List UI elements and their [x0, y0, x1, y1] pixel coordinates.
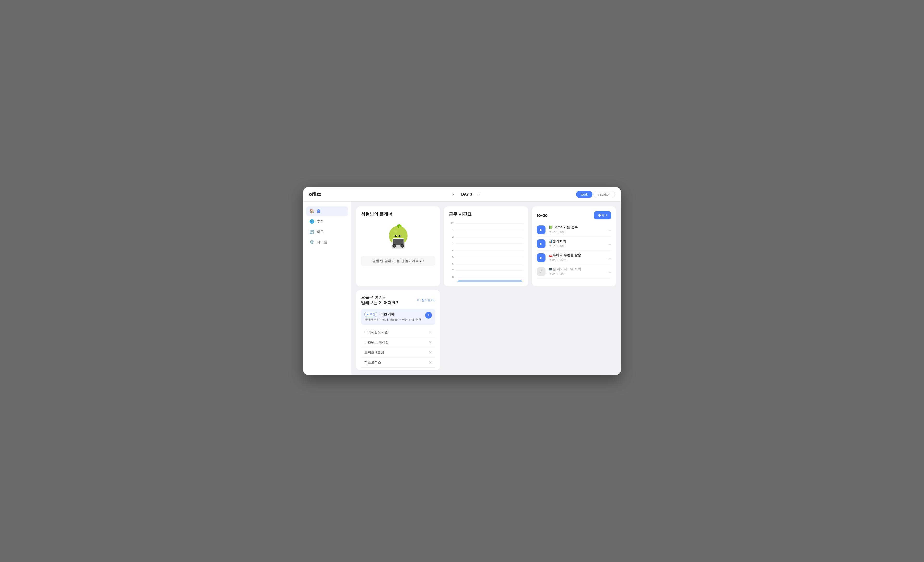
sidebar: 🏠 홈 🌐 추천 🔄 회고 🛡️ 타이틀 [303, 202, 351, 375]
sidebar-item-review-label: 회고 [316, 229, 324, 234]
time-row-am7: 7 [449, 267, 523, 274]
remove-location-2-button[interactable]: ✕ [429, 340, 432, 345]
figma-play-button[interactable]: ▶ [537, 225, 546, 234]
time-row-am1: 1 [449, 226, 523, 233]
time-row-am6: 6 [449, 260, 523, 267]
todo-item-figma: ▶ 📗 Figma 기능 공부 ⏱ 1시간 0분 ... [537, 223, 611, 237]
sidebar-item-title[interactable]: 🛡️ 타이틀 [306, 237, 348, 247]
time-row-am9: 9 ☰ 팀 데이터 그래프화 [449, 280, 523, 282]
todo-title: to-do [537, 213, 548, 218]
todo-item-teamdata: ✓ 💻 팀 데이터 그래프화 ⏱ 2시간 3분 ... [537, 265, 611, 279]
mode-switcher: work vacation [576, 191, 615, 198]
recommend-icon: 🌐 [309, 219, 314, 224]
postal-play-button[interactable]: ▶ [537, 253, 546, 262]
remove-location-4-button[interactable]: ✕ [429, 360, 432, 365]
figma-name: 📗 Figma 기능 공부 [548, 225, 605, 229]
meeting-name: 📊 정기회의 [548, 239, 605, 243]
postal-icon: 🚗 [548, 253, 552, 257]
recommended-item: ★ 추천 피츠카페 편안한 분위기에서 작업할 수 있는 카페 추천 + [361, 309, 435, 325]
meeting-info: 📊 정기회의 ⏱ 1시간 0분 [548, 239, 605, 248]
schedule-event[interactable]: ☰ 팀 데이터 그래프화 [458, 280, 522, 282]
rec-name: 피츠카페 [380, 312, 394, 316]
review-icon: 🔄 [309, 229, 314, 234]
location-list-item-3: 오피츠 1호점 ✕ [361, 348, 435, 358]
postal-name: 🚗 우체국 우편물 발송 [548, 253, 605, 258]
postal-time: ⏱ 0시간 20분 [548, 258, 605, 262]
sidebar-item-recommend[interactable]: 🌐 추천 [306, 217, 348, 226]
rec-desc: 편안한 분위기에서 작업할 수 있는 카페 추천 [364, 318, 421, 322]
top-bar: offizz ‹ DAY 3 › work vacation [303, 187, 621, 202]
location-header: 오늘은 여기서 일해보는 게 어때요? 더 찾아보기 › [361, 295, 435, 306]
check-icon: ✓ [540, 269, 543, 274]
time-row-am5: 5 [449, 253, 523, 260]
content-area: 성현님의 플래너 [351, 202, 621, 375]
schedule-grid: 12 1 2 3 4 [449, 220, 523, 282]
svg-point-15 [401, 245, 403, 247]
time-row-am4: 4 [449, 247, 523, 253]
title-icon: 🛡️ [309, 240, 314, 244]
next-day-button[interactable]: › [477, 191, 482, 198]
sidebar-item-recommend-label: 추천 [316, 219, 324, 224]
schedule-title: 근무 시간표 [449, 211, 523, 217]
todo-header: to-do 추가 + [537, 211, 611, 219]
day-label: DAY 3 [461, 192, 472, 196]
time-row-am2: 2 [449, 233, 523, 240]
sidebar-item-home-label: 홈 [316, 209, 320, 213]
teamdata-name: 💻 팀 데이터 그래프화 [548, 267, 605, 271]
more-link[interactable]: 더 찾아보기 › [417, 298, 435, 303]
meeting-icon: 📊 [548, 239, 552, 243]
postal-more-button[interactable]: ... [608, 255, 611, 260]
add-location-button[interactable]: + [425, 312, 432, 319]
play-icon: ▶ [540, 228, 542, 232]
location-list-item-4: 피츠오피스 ✕ [361, 358, 435, 368]
app-window: offizz ‹ DAY 3 › work vacation 🏠 홈 🌐 추천 … [303, 187, 621, 375]
meeting-time: ⏱ 1시간 0분 [548, 244, 605, 248]
home-icon: 🏠 [309, 209, 314, 213]
planner-title: 성현님의 플래너 [361, 211, 393, 217]
prev-day-button[interactable]: ‹ [451, 191, 456, 198]
add-todo-button[interactable]: 추가 + [594, 211, 611, 219]
meeting-more-button[interactable]: ... [608, 241, 611, 246]
location-card: 오늘은 여기서 일해보는 게 어때요? 더 찾아보기 › ★ 추천 피츠카페 [356, 290, 440, 370]
location-title: 오늘은 여기서 일해보는 게 어때요? [361, 295, 399, 306]
play-icon-3: ▶ [540, 256, 542, 259]
figma-time: ⏱ 1시간 0분 [548, 230, 605, 234]
todo-card: to-do 추가 + ▶ 📗 Figma 기능 공부 ⏱ [532, 207, 616, 286]
remove-location-1-button[interactable]: ✕ [429, 330, 432, 334]
figma-info: 📗 Figma 기능 공부 ⏱ 1시간 0분 [548, 225, 605, 234]
location-list-item-5: 오피츠 카페... ✕ [361, 368, 435, 370]
figma-icon: 📗 [548, 225, 552, 229]
vacation-mode-button[interactable]: vacation [593, 191, 615, 198]
work-mode-button[interactable]: work [576, 191, 592, 198]
svg-point-14 [393, 245, 395, 247]
sidebar-item-home[interactable]: 🏠 홈 [306, 207, 348, 216]
time-row-am3: 3 [449, 240, 523, 247]
postal-info: 🚗 우체국 우편물 발송 ⏱ 0시간 20분 [548, 253, 605, 262]
teamdata-info: 💻 팀 데이터 그래프화 ⏱ 2시간 3분 [548, 267, 605, 276]
planner-message: 일할 땐 일하고, 놀 땐 놀아야 해요! [361, 256, 435, 266]
planner-mascot [384, 222, 412, 251]
teamdata-icon: 💻 [548, 267, 552, 271]
rec-tag: ★ 추천 [364, 312, 377, 317]
planner-card: 성현님의 플래너 [356, 207, 440, 286]
location-list-item-1: 아라시림도서관 ✕ [361, 327, 435, 337]
todo-item-postal: ▶ 🚗 우체국 우편물 발송 ⏱ 0시간 20분 ... [537, 251, 611, 265]
teamdata-more-button[interactable]: ... [608, 269, 611, 274]
location-list-item-2: 피츠워크 아라점 ✕ [361, 337, 435, 348]
remove-location-3-button[interactable]: ✕ [429, 350, 432, 355]
teamdata-check-button[interactable]: ✓ [537, 267, 546, 276]
svg-rect-11 [393, 239, 404, 245]
meeting-play-button[interactable]: ▶ [537, 239, 546, 248]
time-row-am8: 8 [449, 274, 523, 280]
teamdata-time: ⏱ 2시간 3분 [548, 272, 605, 276]
sidebar-item-title-label: 타이틀 [316, 240, 327, 244]
figma-more-button[interactable]: ... [608, 227, 611, 232]
sidebar-item-review[interactable]: 🔄 회고 [306, 227, 348, 237]
time-row-am12: 12 [449, 220, 523, 226]
play-icon-2: ▶ [540, 242, 542, 246]
top-bar-center: ‹ DAY 3 › [357, 191, 576, 198]
rec-content: ★ 추천 피츠카페 편안한 분위기에서 작업할 수 있는 카페 추천 [364, 312, 421, 322]
schedule-card: 근무 시간표 12 1 2 3 [444, 207, 528, 286]
svg-point-1 [393, 229, 398, 233]
todo-item-meeting: ▶ 📊 정기회의 ⏱ 1시간 0분 ... [537, 237, 611, 251]
